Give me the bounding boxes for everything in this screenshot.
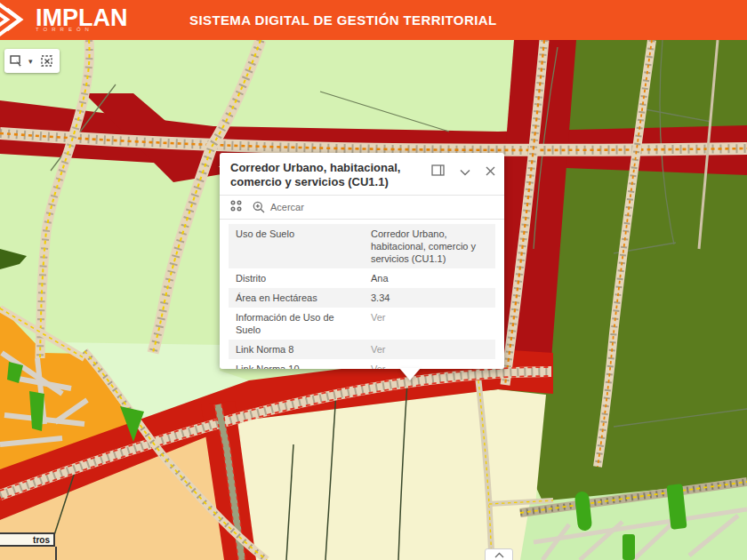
field-label: Link Norma 10	[229, 359, 364, 369]
select-features-icon[interactable]	[10, 55, 24, 68]
close-icon[interactable]	[486, 164, 495, 180]
table-row: Link Norma 8 Ver	[229, 340, 495, 359]
table-row: Área en Hectáreas 3.34	[229, 288, 495, 308]
dropdown-caret-icon[interactable]: ▾	[28, 57, 33, 66]
scale-tick	[55, 547, 57, 560]
clear-selection-icon[interactable]	[41, 55, 54, 68]
collapse-chevron-icon[interactable]	[460, 164, 470, 180]
app-window: IMPLAN TORREÓN SISTEMA DIGITAL DE GESTIÓ…	[0, 0, 747, 560]
zoom-to-action[interactable]: Acercar	[253, 201, 304, 213]
zoom-to-icon	[253, 201, 265, 213]
implan-logo-mark-icon	[0, 2, 36, 37]
popup-header: Corredor Urbano, habitacional, comercio …	[220, 153, 504, 196]
popup-attribute-table: Uso de Suelo Corredor Urbano, habitacion…	[220, 220, 504, 369]
implan-logo: IMPLAN TORREÓN	[0, 2, 128, 37]
field-label: Área en Hectáreas	[229, 288, 364, 308]
field-value-link[interactable]: Ver	[364, 308, 495, 340]
field-label: Link Norma 8	[229, 340, 364, 359]
table-row: Distrito Ana	[229, 268, 495, 288]
actions-grid-icon[interactable]	[230, 199, 242, 215]
popup-title: Corredor Urbano, habitacional, comercio …	[230, 161, 430, 189]
popup-callout-arrow	[399, 368, 421, 380]
field-label: Distrito	[229, 268, 364, 288]
field-label: Información de Uso de Suelo	[229, 308, 364, 340]
map-select-toolbar: ▾	[4, 49, 60, 73]
field-label: Uso de Suelo	[229, 224, 364, 268]
field-value-link[interactable]: Ver	[364, 340, 495, 359]
feature-popup: Corredor Urbano, habitacional, comercio …	[220, 153, 504, 369]
field-value: Corredor Urbano, habitacional, comercio …	[364, 224, 495, 268]
field-value: Ana	[364, 268, 495, 288]
bottom-expand-button[interactable]	[485, 548, 513, 560]
page-title: SISTEMA DIGITAL DE GESTIÓN TERRITORIAL	[189, 12, 497, 28]
table-row: Uso de Suelo Corredor Urbano, habitacion…	[229, 224, 495, 268]
scale-label: tros	[0, 532, 55, 547]
logo-text: IMPLAN	[36, 7, 128, 28]
table-row: Información de Uso de Suelo Ver	[229, 308, 495, 340]
field-value: 3.34	[364, 288, 495, 308]
popup-action-bar: Acercar	[220, 196, 504, 220]
dock-icon[interactable]	[431, 164, 445, 180]
app-header: IMPLAN TORREÓN SISTEMA DIGITAL DE GESTIÓ…	[0, 0, 747, 40]
table-row: Link Norma 10 Ver	[229, 359, 495, 369]
chevron-up-icon	[494, 552, 504, 558]
field-value-link[interactable]: Ver	[364, 359, 495, 369]
zoom-to-label: Acercar	[270, 202, 304, 212]
